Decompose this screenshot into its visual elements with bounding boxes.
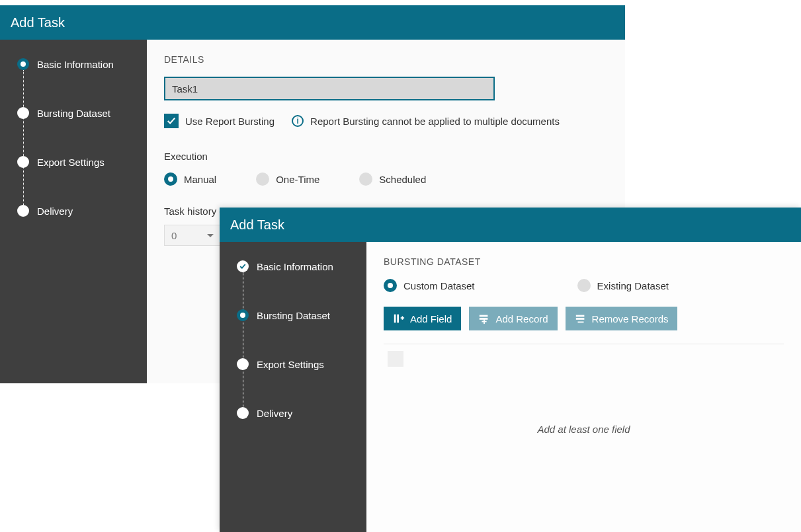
svg-rect-10 [577,322,583,323]
radio-label: Custom Dataset [403,280,475,291]
task-history-select[interactable]: 0 [164,225,221,246]
wizard-step-basic-information[interactable]: Basic Information [237,260,355,272]
execution-onetime-radio[interactable]: One-Time [256,172,319,186]
wizard-step-label: Delivery [257,408,292,419]
wizard-sidebar: Basic Information Bursting Dataset Expor… [0,40,147,383]
radio-off-icon [577,279,591,292]
button-label: Add Field [410,313,452,324]
section-heading: DETAILS [164,54,608,65]
remove-row-icon [575,313,587,324]
svg-rect-8 [575,315,584,317]
radio-off-icon [256,172,269,186]
custom-dataset-radio[interactable]: Custom Dataset [384,279,475,292]
wizard-step-label: Basic Information [257,261,333,272]
circle-icon [237,358,249,370]
svg-rect-7 [484,319,485,324]
radio-label: One-Time [276,174,319,185]
remove-records-button[interactable]: Remove Records [566,307,678,330]
svg-rect-0 [394,315,396,323]
button-label: Add Record [495,313,548,324]
wizard-step-delivery[interactable]: Delivery [237,407,355,419]
fields-grid: Add at least one field [384,344,784,502]
svg-rect-1 [397,315,399,323]
svg-rect-4 [480,315,488,317]
bursting-dataset-panel: BURSTING DATASET Custom Dataset Existing… [366,242,801,532]
check-circle-icon [237,260,249,272]
circle-icon [17,205,29,217]
radio-filled-icon [237,309,249,321]
grid-select-all-cell[interactable] [388,351,403,367]
wizard-step-basic-information[interactable]: Basic Information [17,58,135,70]
use-report-bursting-checkbox[interactable] [164,114,179,128]
svg-rect-9 [575,318,584,320]
select-value: 0 [171,230,177,241]
circle-icon [237,407,249,419]
add-row-icon [478,313,490,324]
button-label: Remove Records [592,313,669,324]
wizard-step-label: Bursting Dataset [257,310,330,321]
wizard-step-label: Basic Information [37,59,114,70]
add-task-window-bursting: Add Task Basic Information Bursting Data… [220,208,801,532]
wizard-step-label: Export Settings [257,359,324,370]
section-heading: BURSTING DATASET [384,256,784,267]
wizard-connector-line [23,70,24,210]
window-title-bar: Add Task [220,208,801,242]
chevron-down-icon [207,234,214,237]
use-report-bursting-label: Use Report Bursting [185,116,274,127]
existing-dataset-radio[interactable]: Existing Dataset [577,279,669,292]
radio-label: Scheduled [379,174,426,185]
add-column-icon [393,313,405,324]
check-icon [167,116,176,126]
wizard-step-export-settings[interactable]: Export Settings [17,156,135,168]
info-icon: i [292,115,304,127]
wizard-step-delivery[interactable]: Delivery [17,205,135,217]
execution-heading: Execution [164,151,608,162]
wizard-step-label: Delivery [37,206,73,217]
wizard-step-export-settings[interactable]: Export Settings [237,358,355,370]
wizard-step-bursting-dataset[interactable]: Bursting Dataset [17,107,135,119]
wizard-step-label: Export Settings [37,157,105,168]
wizard-step-bursting-dataset[interactable]: Bursting Dataset [237,309,355,321]
wizard-connector-line [243,272,243,412]
grid-empty-hint: Add at least one field [384,424,784,435]
window-title: Add Task [11,15,65,30]
execution-scheduled-radio[interactable]: Scheduled [359,172,426,186]
circle-icon [17,107,29,119]
radio-off-icon [359,172,372,186]
task-name-input[interactable] [164,77,495,100]
window-title-bar: Add Task [0,5,625,40]
wizard-sidebar: Basic Information Bursting Dataset Expor… [220,242,366,532]
wizard-step-label: Bursting Dataset [37,108,110,119]
svg-rect-5 [480,318,488,320]
bursting-info-text: Report Bursting cannot be applied to mul… [310,116,560,127]
add-record-button[interactable]: Add Record [469,307,557,330]
add-field-button[interactable]: Add Field [384,307,461,330]
radio-on-icon [384,279,397,292]
radio-label: Manual [184,174,216,185]
svg-rect-3 [402,316,403,319]
radio-filled-icon [17,58,29,70]
circle-icon [17,156,29,168]
execution-manual-radio[interactable]: Manual [164,172,216,186]
radio-on-icon [164,172,177,186]
radio-label: Existing Dataset [597,280,669,291]
window-title: Add Task [230,217,284,233]
